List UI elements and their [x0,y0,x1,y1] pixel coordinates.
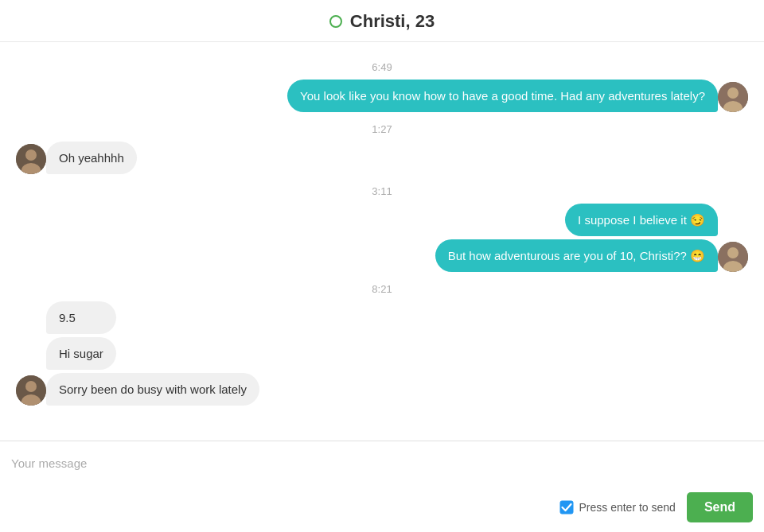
message-row: 9.5 Hi sugar [16,301,748,370]
message-bubble: Hi sugar [46,337,116,370]
chat-header: Christi, 23 [0,0,764,42]
message-bubble: But how adventurous are you of 10, Chris… [435,239,718,272]
contact-name: Christi, 23 [350,11,435,32]
avatar [16,375,46,406]
timestamp-2: 1:27 [16,123,748,135]
message-bubble: Oh yeahhhh [46,142,137,174]
avatar [718,82,748,112]
message-row: You look like you know how to have a goo… [16,80,748,112]
message-row: Oh yeahhhh [16,142,748,174]
svg-point-4 [25,150,37,161]
message-row: I suppose I believe it 😏 [16,204,748,236]
message-bubble: 9.5 [46,301,116,334]
timestamp-4: 8:21 [16,283,748,295]
send-button[interactable]: Send [687,492,753,522]
checkbox-icon [559,500,574,515]
online-indicator [329,15,342,28]
press-enter-text: Press enter to send [579,501,675,514]
avatar [718,242,748,272]
input-row [0,441,764,486]
svg-point-1 [727,87,739,99]
timestamp-3: 3:11 [16,185,748,197]
message-row: Sorry been do busy with work lately [16,373,748,406]
message-bubble: You look like you know how to have a goo… [287,80,718,112]
input-footer: Press enter to send Send [0,486,764,532]
svg-point-7 [727,247,739,258]
input-area: Press enter to send Send [0,441,764,532]
timestamp-1: 6:49 [16,61,748,73]
message-input[interactable] [11,449,753,478]
avatar [16,144,46,174]
message-bubble: I suppose I believe it 😏 [565,204,718,236]
svg-point-10 [25,381,37,392]
message-bubble: Sorry been do busy with work lately [46,373,259,406]
chat-area: 6:49 You look like you know how to have … [0,42,764,441]
message-row: But how adventurous are you of 10, Chris… [16,239,748,272]
press-enter-label: Press enter to send [559,500,675,515]
